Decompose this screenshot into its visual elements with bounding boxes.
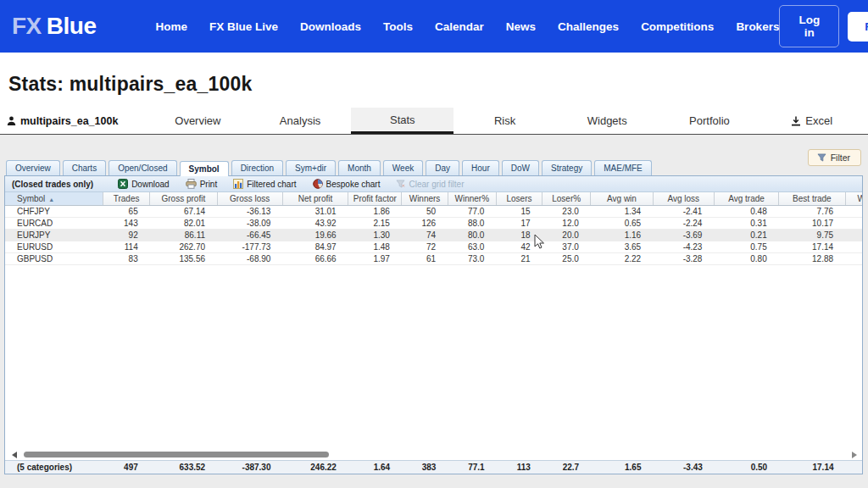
clear-grid-filter-button[interactable]: Clear grid filter (396, 180, 464, 189)
cell-eurusd-winners: 72 (402, 241, 448, 252)
column-header-worst-trade[interactable]: Worst trade (845, 192, 862, 205)
column-header-symbol[interactable]: Symbol▲ (5, 192, 103, 205)
column-header-loser[interactable]: Loser% (542, 192, 591, 205)
nav-link-tools[interactable]: Tools (383, 20, 413, 33)
tab-widgets[interactable]: Widgets (556, 108, 659, 134)
tab-stats[interactable]: Stats (351, 108, 453, 134)
cell-chfjpy-loser: 23.0 (542, 205, 591, 217)
cell-chfjpy-trades: 65 (103, 205, 149, 217)
scroll-right-arrow-icon[interactable] (852, 452, 857, 458)
clear-filter-label: Clear grid filter (409, 180, 464, 189)
table-row-eurusd[interactable]: EURUSD114262.70-177.7384.971.487263.0423… (5, 241, 862, 252)
tab-analysis[interactable]: Analysis (249, 108, 352, 134)
subtab-charts[interactable]: Charts (63, 160, 106, 175)
column-header-gross-profit[interactable]: Gross profit (150, 192, 217, 205)
column-header-losers[interactable]: Losers (496, 192, 542, 205)
tab-excel[interactable]: Excel (760, 108, 863, 134)
nav-link-news[interactable]: News (506, 20, 536, 33)
cell-eurcad-avg-loss: -2.24 (653, 217, 714, 229)
table-header-row: Symbol▲TradesGross profitGross lossNet p… (5, 192, 862, 205)
login-button[interactable]: Log in (779, 5, 839, 47)
cell-eurjpy-avg-loss: -3.69 (653, 229, 714, 241)
column-header-profit-factor[interactable]: Profit factor (348, 192, 402, 205)
subtab-mae-mfe[interactable]: MAE/MFE (594, 160, 652, 175)
total-avg-win: 1.65 (591, 461, 653, 474)
tab-portfolio[interactable]: Portfolio (659, 108, 761, 134)
filtered-chart-label: Filtered chart (247, 180, 296, 189)
nav-link-competitions[interactable]: Competitions (641, 20, 714, 33)
subtab-month[interactable]: Month (338, 160, 381, 175)
cell-eurjpy-avg-trade: 0.21 (714, 229, 778, 241)
excel-download-icon (791, 116, 801, 126)
column-header-gross-loss[interactable]: Gross loss (217, 192, 282, 205)
print-button[interactable]: Print (186, 179, 218, 189)
column-header-avg-trade[interactable]: Avg trade (714, 192, 778, 205)
cell-gbpusd-avg-trade: 0.80 (714, 252, 778, 264)
user-icon (7, 116, 16, 125)
download-label: Download (131, 180, 169, 189)
subtab-direction[interactable]: Direction (231, 160, 283, 175)
nav-link-downloads[interactable]: Downloads (300, 20, 361, 33)
cell-gbpusd-profit-factor: 1.97 (348, 252, 402, 264)
total-worst-trade (846, 461, 862, 474)
column-header-avg-loss[interactable]: Avg loss (653, 192, 714, 205)
column-header-avg-win[interactable]: Avg win (591, 192, 653, 205)
subtab-overview[interactable]: Overview (6, 160, 60, 175)
totals-table: (5 categories)497633.52-387.30246.221.64… (5, 461, 862, 474)
cell-eurcad-losers: 17 (496, 217, 542, 229)
nav-link-challenges[interactable]: Challenges (558, 20, 619, 33)
subtab-sym-dir[interactable]: Sym+dir (286, 160, 336, 175)
table-row-eurjpy[interactable]: EURJPY9286.11-66.4519.661.307480.01820.0… (5, 229, 862, 241)
nav-link-brokers[interactable]: Brokers (736, 20, 779, 33)
scroll-left-arrow-icon[interactable] (12, 452, 17, 458)
nav-link-home[interactable]: Home (155, 20, 187, 33)
clear-filter-icon (396, 180, 405, 188)
account-name-tab[interactable]: multipairs_ea_100k (7, 108, 147, 134)
subtabs: OverviewChartsOpen/ClosedSymbolDirection… (6, 160, 654, 175)
page: FXBlue HomeFX Blue LiveDownloadsToolsCal… (0, 0, 868, 474)
subtab-week[interactable]: Week (383, 160, 423, 175)
grid-toolbar: (Closed trades only) Download Print Filt… (5, 176, 862, 192)
cell-gbpusd-avg-win: 2.22 (591, 252, 653, 264)
tab-risk[interactable]: Risk (453, 108, 556, 134)
cell-eurcad-trades: 143 (103, 217, 149, 229)
fxblue-logo[interactable]: FXBlue (12, 13, 96, 40)
cell-eurcad-profit-factor: 2.15 (348, 217, 402, 229)
nav-link-calendar[interactable]: Calendar (435, 20, 484, 33)
horizontal-scrollbar[interactable] (7, 451, 860, 459)
bespoke-chart-button[interactable]: Bespoke chart (313, 179, 381, 189)
cell-gbpusd-winners: 61 (402, 252, 448, 264)
column-header-trades[interactable]: Trades (103, 192, 149, 205)
cell-chfjpy-avg-trade: 0.48 (714, 205, 778, 217)
table-row-chfjpy[interactable]: CHFJPY6567.14-36.1331.011.865077.01523.0… (5, 205, 862, 217)
subtab-dow[interactable]: DoW (502, 160, 539, 175)
subtab-strategy[interactable]: Strategy (542, 160, 592, 175)
filter-button[interactable]: Filter (808, 149, 861, 166)
cell-eurjpy-worst-trade (845, 229, 862, 241)
subtab-symbol[interactable]: Symbol (180, 161, 229, 176)
table-row-eurcad[interactable]: EURCAD14382.01-38.0943.922.1512688.01712… (5, 217, 862, 229)
totals-wrap: (5 categories)497633.52-387.30246.221.64… (5, 460, 862, 474)
tab-overview[interactable]: Overview (147, 108, 249, 134)
register-button[interactable]: Register (848, 12, 868, 42)
nav-link-fx-blue-live[interactable]: FX Blue Live (209, 20, 278, 33)
column-header-net-profit[interactable]: Net profit (282, 192, 348, 205)
download-button[interactable]: Download (118, 179, 169, 189)
cell-chfjpy-best-trade: 7.76 (779, 205, 845, 217)
table-row-gbpusd[interactable]: GBPUSD83135.56-68.9066.661.976173.02125.… (5, 252, 862, 264)
column-header-best-trade[interactable]: Best trade (779, 192, 845, 205)
total-symbol: (5 categories) (5, 461, 103, 474)
scrollbar-thumb[interactable] (24, 452, 329, 458)
cell-chfjpy-avg-win: 1.34 (591, 205, 653, 217)
cell-chfjpy-losers: 15 (496, 205, 542, 217)
cell-chfjpy-gross-profit: 67.14 (150, 205, 217, 217)
column-header-winner[interactable]: Winner% (448, 192, 496, 205)
subtab-hour[interactable]: Hour (462, 160, 499, 175)
cell-gbpusd-losers: 21 (496, 252, 542, 264)
account-tab-bar: multipairs_ea_100k OverviewAnalysisStats… (0, 108, 868, 135)
filtered-chart-button[interactable]: Filtered chart (233, 179, 296, 189)
subtab-open-closed[interactable]: Open/Closed (108, 160, 176, 175)
cell-eurjpy-loser: 20.0 (542, 229, 591, 241)
subtab-day[interactable]: Day (426, 160, 459, 175)
column-header-winners[interactable]: Winners (402, 192, 448, 205)
